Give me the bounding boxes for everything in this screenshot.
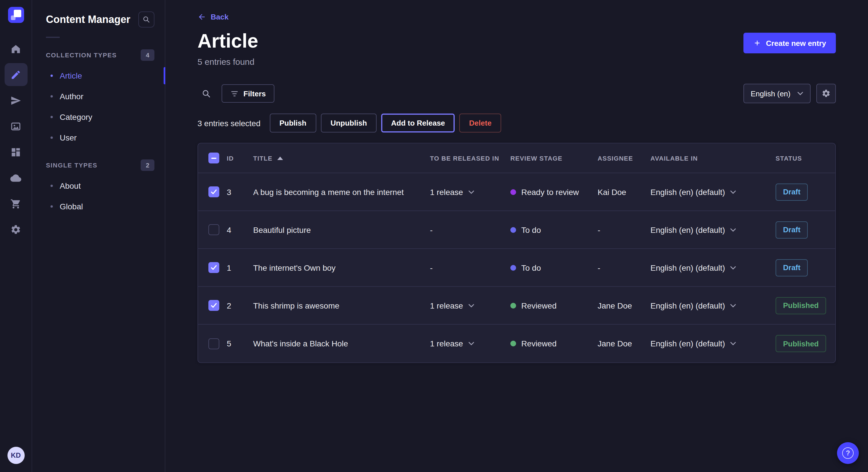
sidebar: Content Manager COLLECTION TYPES 4 Artic… [32, 0, 165, 472]
cell-review-stage: To do [510, 225, 598, 235]
locale-dropdown[interactable]: English (en) (default) [650, 263, 776, 272]
table-row[interactable]: 1 The internet's Own boy - To do - Engli… [198, 249, 835, 287]
column-header-release: TO BE RELEASED IN [430, 155, 510, 162]
search-icon [143, 15, 150, 24]
page-title: Article [197, 30, 258, 52]
gear-icon [10, 224, 21, 235]
nav-marketplace-button[interactable] [4, 192, 27, 215]
plus-icon [753, 39, 761, 47]
locale-dropdown[interactable]: English (en) (default) [650, 188, 776, 197]
review-stage-dot [510, 341, 516, 347]
table-row[interactable]: 2 This shrimp is awesome 1 release Revie… [198, 287, 835, 325]
filter-icon [230, 90, 239, 98]
cell-status: Draft [776, 183, 835, 201]
section-count-badge: 4 [141, 49, 154, 61]
filters-button[interactable]: Filters [222, 85, 274, 103]
table-row[interactable]: 5 What's inside a Black Hole 1 release R… [198, 325, 835, 363]
locale-dropdown[interactable]: English (en) (default) [650, 225, 776, 235]
sidebar-item-global[interactable]: Global [32, 196, 165, 217]
cell-title: This shrimp is awesome [253, 301, 430, 310]
cell-id: 3 [227, 188, 253, 197]
table-body: 3 A bug is becoming a meme on the intern… [198, 173, 835, 363]
column-header-title[interactable]: TITLE [253, 155, 430, 162]
release-chevron-wrap [468, 304, 474, 307]
column-header-available-in: AVAILABLE IN [650, 155, 776, 162]
shopping-cart-icon [10, 198, 21, 209]
sidebar-item-article[interactable]: Article [32, 65, 165, 86]
sidebar-item-label: User [60, 133, 76, 142]
status-badge: Published [776, 335, 826, 352]
locale-chevron-wrap [730, 304, 736, 307]
locale-select[interactable]: English (en) [743, 84, 811, 103]
unpublish-button[interactable]: Unpublish [321, 114, 377, 133]
nav-deploy-button[interactable] [4, 166, 27, 189]
cell-review-stage: Ready to review [510, 188, 598, 197]
cell-status: Draft [776, 259, 835, 276]
column-header-review-stage: REVIEW STAGE [510, 155, 598, 162]
create-new-entry-button[interactable]: Create new entry [743, 33, 836, 53]
row-checkbox[interactable] [208, 300, 219, 311]
main-content: Back Article 5 entries found Create new … [165, 0, 868, 472]
cell-assignee: Jane Doe [598, 339, 650, 348]
sidebar-search-button[interactable] [138, 11, 154, 28]
help-button[interactable]: ? [837, 442, 859, 464]
bullet-icon [51, 185, 53, 187]
cell-title: The internet's Own boy [253, 263, 430, 272]
cell-assignee: - [598, 263, 650, 272]
review-stage-dot [510, 189, 516, 195]
toolbar: Filters English (en) [197, 84, 836, 103]
sidebar-item-label: About [60, 181, 81, 191]
release-dropdown[interactable]: 1 release [430, 301, 510, 310]
view-settings-button[interactable] [816, 84, 836, 103]
search-button[interactable] [197, 85, 215, 102]
release-chevron-wrap [468, 342, 474, 345]
nav-content-type-builder-button[interactable] [4, 140, 27, 164]
add-to-release-button[interactable]: Add to Release [381, 114, 455, 133]
back-link[interactable]: Back [197, 12, 228, 21]
sidebar-item-category[interactable]: Category [32, 107, 165, 127]
delete-button[interactable]: Delete [459, 114, 501, 133]
table-row[interactable]: 3 A bug is becoming a meme on the intern… [198, 173, 835, 211]
arrow-left-icon [197, 12, 206, 21]
bullet-icon [51, 205, 53, 208]
locale-dropdown[interactable]: English (en) (default) [650, 339, 776, 348]
nav-settings-button[interactable] [4, 218, 27, 241]
nav-media-library-button[interactable] [4, 115, 27, 138]
sidebar-item-label: Author [60, 92, 84, 101]
table-row[interactable]: 4 Beautiful picture - To do - English (e… [198, 211, 835, 249]
strapi-logo[interactable] [8, 7, 24, 23]
row-checkbox[interactable] [208, 187, 219, 198]
cell-id: 2 [227, 301, 253, 310]
app-root: KD Content Manager COLLECTION TYPES 4 [0, 0, 868, 472]
sidebar-item-about[interactable]: About [32, 175, 165, 196]
column-header-assignee: ASSIGNEE [598, 155, 650, 162]
row-checkbox[interactable] [208, 338, 219, 349]
table-header-row: ID TITLE TO BE RELEASED IN REVIEW STAGE … [198, 144, 835, 173]
locale-chevron-wrap [730, 342, 736, 345]
cell-title: Beautiful picture [253, 225, 430, 235]
locale-chevron-wrap [730, 228, 736, 232]
cell-review-stage: Reviewed [510, 301, 598, 310]
chevron-down-icon [730, 342, 736, 345]
select-all-checkbox[interactable] [208, 153, 219, 164]
sidebar-item-user[interactable]: User [32, 127, 165, 148]
layout-blocks-icon [10, 146, 21, 158]
section-label: COLLECTION TYPES [46, 52, 117, 59]
nav-home-button[interactable] [4, 37, 27, 60]
avatar[interactable]: KD [7, 447, 24, 464]
cell-status: Published [776, 297, 835, 314]
picture-icon [10, 121, 21, 132]
release-dropdown[interactable]: - [430, 225, 510, 235]
row-checkbox[interactable] [208, 225, 219, 235]
nav-releases-button[interactable] [4, 89, 27, 112]
release-dropdown[interactable]: 1 release [430, 339, 510, 348]
chevron-down-icon [730, 228, 736, 232]
publish-button[interactable]: Publish [270, 114, 316, 133]
locale-dropdown[interactable]: English (en) (default) [650, 301, 776, 310]
sidebar-item-author[interactable]: Author [32, 86, 165, 107]
release-dropdown[interactable]: - [430, 263, 510, 272]
row-checkbox[interactable] [208, 262, 219, 273]
status-badge: Published [776, 297, 826, 314]
release-dropdown[interactable]: 1 release [430, 188, 510, 197]
nav-content-manager-button[interactable] [4, 63, 27, 86]
